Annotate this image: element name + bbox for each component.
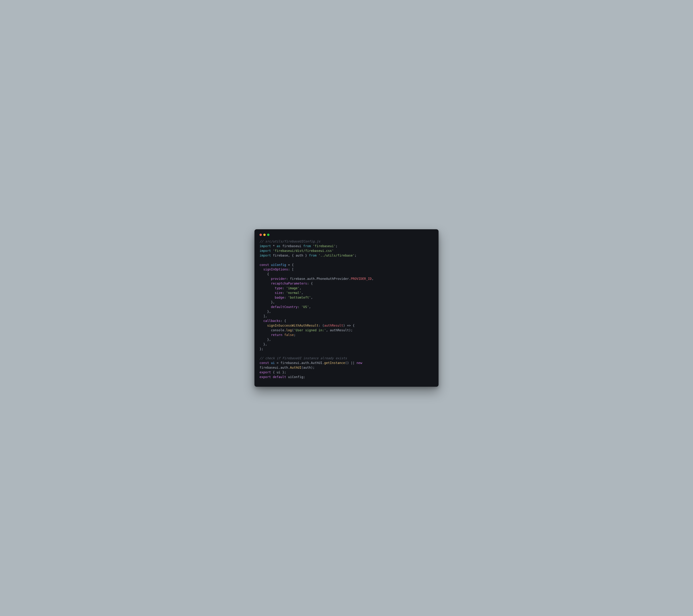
maximize-icon[interactable] (267, 234, 270, 236)
code-block: // src/utils/firebaseUIConfig.js import … (259, 239, 434, 380)
close-icon[interactable] (259, 234, 262, 236)
code-window: // src/utils/firebaseUIConfig.js import … (255, 229, 438, 387)
comment: // check if FirebaseUI instance already … (259, 357, 347, 360)
minimize-icon[interactable] (263, 234, 266, 236)
comment: // src/utils/firebaseUIConfig.js (259, 239, 320, 243)
window-controls (259, 234, 434, 239)
